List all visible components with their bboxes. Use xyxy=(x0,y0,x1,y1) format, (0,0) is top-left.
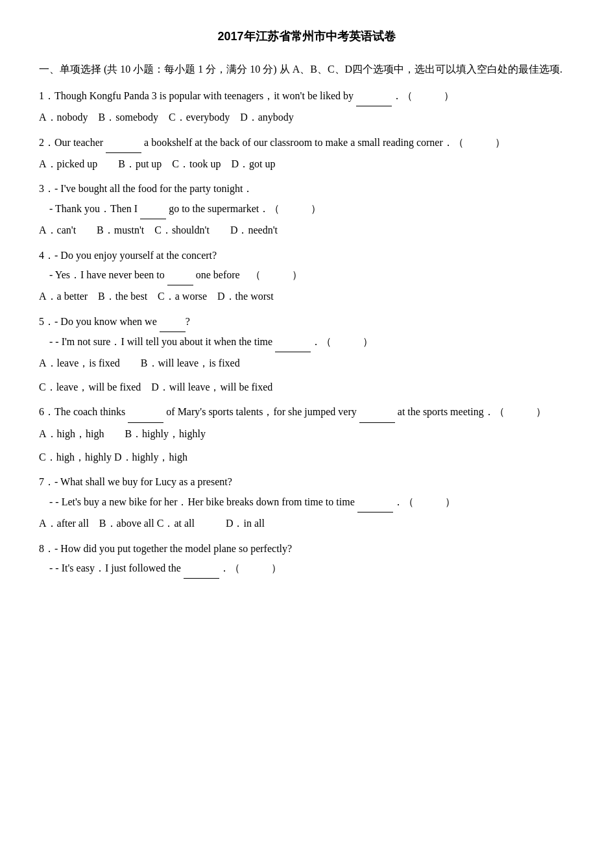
question-2-text: 2．Our teacher a bookshelf at the back of… xyxy=(39,133,574,153)
blank-6a xyxy=(128,402,163,422)
question-8-dialogue2: - - It's easy．I just followed the ．（ ） xyxy=(39,559,574,579)
question-5: 5．- Do you know when we ? - - I'm not su… xyxy=(39,312,574,398)
question-7-dialogue2: - - Let's buy a new bike for her．Her bik… xyxy=(39,492,574,512)
question-3-dialogue2: - Thank you．Then I go to the supermarket… xyxy=(39,199,574,219)
question-6: 6．The coach thinks of Mary's sports tale… xyxy=(39,402,574,467)
question-5-dialogue1: 5．- Do you know when we ? xyxy=(39,312,574,332)
blank-4 xyxy=(167,265,193,285)
section-header: 一、单项选择 (共 10 小题：每小题 1 分，满分 10 分) 从 A、B、C… xyxy=(39,60,574,79)
page-title: 2017年江苏省常州市中考英语试卷 xyxy=(39,26,574,47)
question-7-options: A．after all B．above all C．at all D．in al… xyxy=(39,514,574,533)
question-3-dialogue1: 3．- I've bought all the food for the par… xyxy=(39,179,574,199)
question-6-optionCD: C．high，highly D．highly，high xyxy=(39,448,574,467)
question-4-dialogue2: - Yes．I have never been to one before （ … xyxy=(39,265,574,285)
question-5-optionCD: C．leave，will be fixed D．will leave，will … xyxy=(39,378,574,397)
blank-6b xyxy=(359,402,395,422)
blank-2 xyxy=(106,133,141,153)
blank-5b xyxy=(275,332,311,352)
question-8: 8．- How did you put together the model p… xyxy=(39,539,574,579)
question-6-text: 6．The coach thinks of Mary's sports tale… xyxy=(39,402,574,422)
blank-1 xyxy=(356,86,392,106)
question-7: 7．- What shall we buy for Lucy as a pres… xyxy=(39,472,574,533)
question-1-text: 1．Though Kongfu Panda 3 is popular with … xyxy=(39,86,574,106)
blank-7 xyxy=(357,492,393,512)
blank-3 xyxy=(140,199,166,219)
question-2: 2．Our teacher a bookshelf at the back of… xyxy=(39,133,574,175)
question-4: 4．- Do you enjoy yourself at the concert… xyxy=(39,246,574,307)
question-5-optionAB: A．leave，is fixed B．will leave，is fixed xyxy=(39,354,574,373)
question-4-options: A．a better B．the best C．a worse D．the wo… xyxy=(39,287,574,306)
question-6-optionAB: A．high，high B．highly，highly xyxy=(39,424,574,444)
question-4-dialogue1: 4．- Do you enjoy yourself at the concert… xyxy=(39,246,574,265)
blank-5a xyxy=(160,312,186,332)
question-1: 1．Though Kongfu Panda 3 is popular with … xyxy=(39,86,574,128)
question-7-dialogue1: 7．- What shall we buy for Lucy as a pres… xyxy=(39,472,574,492)
question-5-dialogue2: - - I'm not sure．I will tell you about i… xyxy=(39,332,574,352)
question-2-options: A．picked up B．put up C．took up D．got up xyxy=(39,154,574,174)
question-8-dialogue1: 8．- How did you put together the model p… xyxy=(39,539,574,559)
question-1-options: A．nobody B．somebody C．everybody D．anybod… xyxy=(39,108,574,127)
question-3-options: A．can't B．mustn't C．shouldn't D．needn't xyxy=(39,221,574,240)
blank-8 xyxy=(184,559,219,579)
question-3: 3．- I've bought all the food for the par… xyxy=(39,179,574,240)
